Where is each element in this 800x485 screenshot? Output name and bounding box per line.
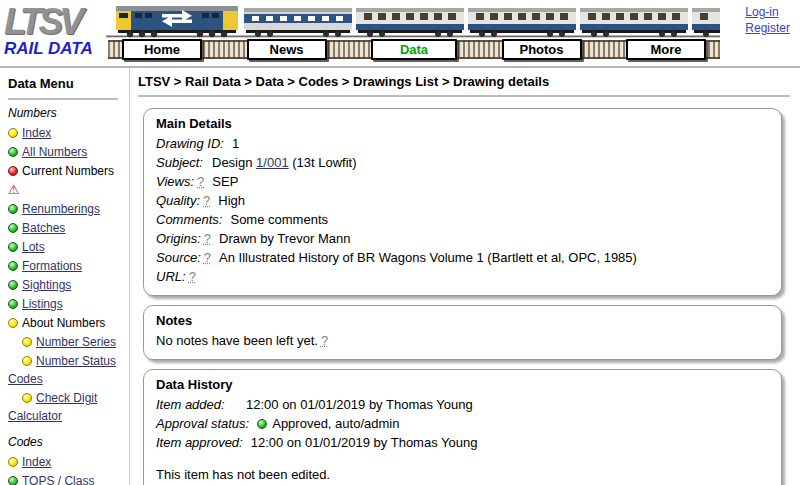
panel-title: Data History bbox=[156, 377, 769, 392]
nav-button-photos[interactable]: Photos bbox=[502, 39, 582, 60]
detail-row: Origins:?Drawn by Trevor Mann bbox=[156, 229, 769, 248]
sidebar-item-label[interactable]: Renumberings bbox=[22, 202, 100, 216]
train-illustration bbox=[106, 1, 720, 39]
sidebar-item-label[interactable]: Batches bbox=[22, 221, 65, 235]
field-label: Origins:? bbox=[156, 229, 219, 248]
detail-row: URL:? bbox=[156, 267, 769, 286]
field-label: Item added: bbox=[156, 395, 246, 414]
field-value: 12:00 on 01/01/2019 by Thomas Young bbox=[251, 433, 769, 452]
login-link[interactable]: Log-in bbox=[745, 4, 790, 20]
status-dot-yellow-icon bbox=[8, 457, 18, 467]
sidebar-item: About Numbers bbox=[8, 314, 125, 332]
auth-links: Log-in Register bbox=[745, 4, 790, 36]
status-dot-green-icon bbox=[257, 419, 267, 429]
status-dot-green-icon bbox=[8, 261, 18, 271]
panel-title: Notes bbox=[156, 313, 769, 328]
sidebar-item-label[interactable]: Lots bbox=[22, 240, 45, 254]
field-value: 12:00 on 01/01/2019 by Thomas Young bbox=[246, 395, 769, 414]
sidebar-item-label[interactable]: Number Series bbox=[36, 335, 116, 349]
detail-row: Comments:Some comments bbox=[156, 210, 769, 229]
field-label: URL:? bbox=[156, 267, 212, 286]
help-link[interactable]: ? bbox=[204, 231, 211, 246]
nav-button-data[interactable]: Data bbox=[371, 39, 457, 60]
field-value: An Illustrated History of BR Wagons Volu… bbox=[219, 248, 769, 267]
sidebar-item: Listings bbox=[8, 295, 125, 313]
help-link[interactable]: ? bbox=[189, 269, 196, 284]
field-label: Drawing ID: bbox=[156, 134, 232, 153]
help-link[interactable]: ? bbox=[197, 174, 204, 189]
notes-panel: Notes No notes have been left yet.? bbox=[143, 305, 782, 360]
warning-icon: ⚠ bbox=[8, 182, 20, 197]
help-link[interactable]: ? bbox=[203, 193, 210, 208]
site-logo[interactable]: LTSV RAIL DATA bbox=[4, 4, 114, 58]
sidebar-item: Lots bbox=[8, 238, 125, 256]
data-history-rows: Item added:12:00 on 01/01/2019 by Thomas… bbox=[156, 395, 769, 452]
site-header: LTSV RAIL DATA bbox=[0, 0, 800, 66]
sidebar-item-label: Current Numbers bbox=[22, 164, 114, 178]
coach-graphic bbox=[244, 8, 352, 37]
sidebar-item-label[interactable]: Index bbox=[22, 455, 51, 469]
sidebar-item: Renumberings bbox=[8, 200, 125, 218]
status-dot-green-icon bbox=[8, 299, 18, 309]
nav-button-news[interactable]: News bbox=[247, 39, 327, 60]
field-label: Views:? bbox=[156, 172, 212, 191]
register-link[interactable]: Register bbox=[745, 20, 790, 36]
logo-ltsv-text: LTSV bbox=[4, 4, 114, 40]
divider bbox=[138, 95, 790, 97]
coach-graphic bbox=[356, 8, 464, 37]
status-dot-yellow-icon bbox=[22, 393, 32, 403]
field-value bbox=[212, 267, 769, 286]
data-history-panel: Data History Item added:12:00 on 01/01/2… bbox=[143, 369, 782, 485]
field-value: 1 bbox=[232, 134, 769, 153]
field-label: Subject: bbox=[156, 153, 212, 172]
sidebar-item: Sightings bbox=[8, 276, 125, 294]
sidebar-item: Batches bbox=[8, 219, 125, 237]
divider bbox=[8, 98, 118, 100]
field-label: Quality:? bbox=[156, 191, 218, 210]
field-label: Item approved: bbox=[156, 433, 251, 452]
field-label: Source:? bbox=[156, 248, 219, 267]
history-row: Item added:12:00 on 01/01/2019 by Thomas… bbox=[156, 395, 769, 414]
sidebar-item-label[interactable]: Formations bbox=[22, 259, 82, 273]
sidebar-title: Data Menu bbox=[8, 76, 125, 91]
breadcrumb: LTSV > Rail Data > Data > Codes > Drawin… bbox=[138, 74, 790, 89]
status-dot-red-icon bbox=[8, 166, 18, 176]
sidebar-item: ⚠ bbox=[8, 181, 125, 199]
sidebar-section-heading: Numbers bbox=[8, 106, 125, 120]
help-link[interactable]: ? bbox=[321, 333, 328, 348]
sidebar-item: Index bbox=[8, 124, 125, 142]
sidebar-item-label: About Numbers bbox=[22, 316, 105, 330]
field-value: Some comments bbox=[230, 210, 769, 229]
detail-row: Source:?An Illustrated History of BR Wag… bbox=[156, 248, 769, 267]
detail-row: Views:?SEP bbox=[156, 172, 769, 191]
field-value: High bbox=[218, 191, 769, 210]
sidebar: Data Menu NumbersIndexAll NumbersCurrent… bbox=[0, 68, 130, 485]
status-dot-green-icon bbox=[8, 204, 18, 214]
train-banner-image bbox=[106, 1, 720, 39]
sidebar-items: NumbersIndexAll NumbersCurrent Numbers⚠R… bbox=[8, 106, 125, 485]
value-link[interactable]: 1/001 bbox=[256, 155, 289, 170]
field-label: Comments: bbox=[156, 210, 230, 229]
coach-graphic bbox=[580, 8, 688, 37]
sidebar-item: Index bbox=[8, 453, 125, 471]
status-dot-green-icon bbox=[8, 223, 18, 233]
sidebar-item-label[interactable]: All Numbers bbox=[22, 145, 87, 159]
sidebar-item-label[interactable]: Index bbox=[22, 126, 51, 140]
notes-text: No notes have been left yet. bbox=[156, 333, 318, 348]
nav-button-home[interactable]: Home bbox=[122, 39, 202, 60]
field-value: Design 1/001 (13t Lowfit) bbox=[212, 153, 769, 172]
sidebar-item: Check DigitCalculator bbox=[8, 389, 125, 425]
sidebar-item-label[interactable]: TOPS / Class bbox=[22, 474, 94, 485]
sidebar-item-label[interactable]: Listings bbox=[22, 297, 63, 311]
content: Data Menu NumbersIndexAll NumbersCurrent… bbox=[0, 68, 800, 485]
field-value: SEP bbox=[212, 172, 769, 191]
sidebar-item-label[interactable]: Sightings bbox=[22, 278, 71, 292]
nav-button-more[interactable]: More bbox=[626, 39, 706, 60]
main-area: LTSV > Rail Data > Data > Codes > Drawin… bbox=[130, 68, 800, 485]
help-link[interactable]: ? bbox=[204, 250, 211, 265]
status-dot-yellow-icon bbox=[22, 356, 32, 366]
status-dot-green-icon bbox=[8, 242, 18, 252]
sidebar-item: Current Numbers bbox=[8, 162, 125, 180]
history-row: Item approved:12:00 on 01/01/2019 by Tho… bbox=[156, 433, 769, 452]
status-dot-yellow-icon bbox=[8, 128, 18, 138]
